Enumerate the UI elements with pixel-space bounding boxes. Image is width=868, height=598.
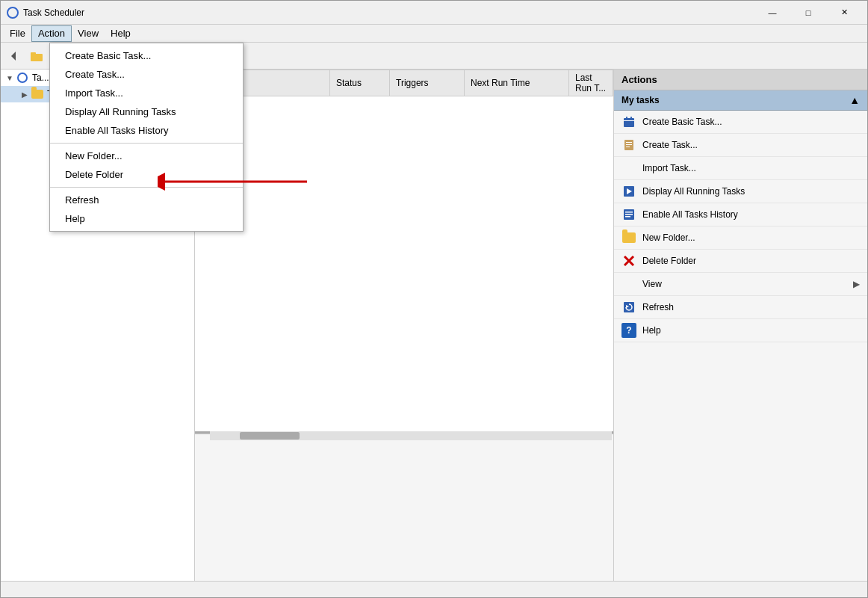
tree-collapse-icon[interactable]: ▼ <box>4 72 16 84</box>
toolbar-back-button[interactable] <box>4 46 25 67</box>
tree-expand-library[interactable]: ▶ <box>19 88 31 100</box>
create-task-label: Create Task... <box>642 140 698 150</box>
svg-rect-10 <box>626 147 630 147</box>
col-status[interactable]: Status <box>330 70 390 96</box>
clock-icon <box>7 7 19 19</box>
menu-action[interactable]: Action <box>31 25 72 42</box>
menu-help[interactable]: Help <box>105 25 137 42</box>
back-icon <box>8 50 20 62</box>
delete-folder-label: Delete Folder <box>642 256 696 266</box>
dropdown-enable-history[interactable]: Enable All Tasks History <box>50 121 243 140</box>
action-import-task[interactable]: Import Task... <box>614 157 867 180</box>
svg-rect-6 <box>624 120 634 121</box>
svg-rect-8 <box>626 142 632 143</box>
actions-header: Actions <box>614 70 867 90</box>
col-next-run[interactable]: Next Run Time <box>465 70 569 96</box>
submenu-arrow-icon: ▶ <box>853 279 860 289</box>
separator-1 <box>50 143 243 144</box>
task-table: Name Status Triggers Next Run Time Last … <box>195 70 613 96</box>
status-bar <box>1 581 867 597</box>
title-bar-buttons: — □ ✕ <box>755 1 861 25</box>
action-create-task[interactable]: Create Task... <box>614 134 867 157</box>
col-last-run[interactable]: Last Run T... <box>569 70 613 96</box>
dropdown-delete-folder[interactable]: Delete Folder <box>50 165 243 184</box>
minimize-button[interactable]: — <box>755 1 790 25</box>
svg-marker-0 <box>11 52 16 61</box>
center-pane: Name Status Triggers Next Run Time Last … <box>195 70 613 581</box>
actions-section-header: My tasks ▲ <box>614 90 867 111</box>
task-list-area[interactable]: Name Status Triggers Next Run Time Last … <box>195 70 613 431</box>
dropdown-new-folder[interactable]: New Folder... <box>50 147 243 165</box>
maximize-button[interactable]: □ <box>791 1 825 25</box>
import-icon <box>621 161 636 176</box>
help-icon: ? <box>621 323 636 338</box>
col-triggers[interactable]: Triggers <box>390 70 465 96</box>
svg-rect-9 <box>626 144 632 145</box>
delete-icon <box>621 253 636 268</box>
menu-file[interactable]: File <box>4 25 31 42</box>
create-basic-task-label: Create Basic Task... <box>642 117 722 127</box>
right-panel: Actions My tasks ▲ Create Basic Task... <box>613 70 867 581</box>
action-create-basic-task[interactable]: Create Basic Task... <box>614 111 867 134</box>
refresh-label: Refresh <box>642 302 674 312</box>
toolbar-folder-button[interactable] <box>26 46 47 67</box>
close-button[interactable]: ✕ <box>827 1 861 25</box>
refresh-icon <box>621 300 636 315</box>
action-display-running[interactable]: Display All Running Tasks <box>614 180 867 203</box>
action-refresh[interactable]: Refresh <box>614 296 867 319</box>
display-running-label: Display All Running Tasks <box>642 186 745 197</box>
actions-title: Actions <box>621 74 657 85</box>
dropdown-create-basic-task[interactable]: Create Basic Task... <box>50 46 243 65</box>
svg-rect-16 <box>625 216 630 218</box>
action-dropdown-menu: Create Basic Task... Create Task... Impo… <box>49 43 244 232</box>
folder-icon <box>31 51 43 61</box>
action-enable-history[interactable]: Enable All Tasks History <box>614 203 867 226</box>
dropdown-help[interactable]: Help <box>50 209 243 228</box>
view-label: View <box>642 279 662 289</box>
enable-history-label: Enable All Tasks History <box>642 209 738 220</box>
bottom-pane <box>195 431 613 581</box>
import-task-label: Import Task... <box>642 163 696 173</box>
window: Task Scheduler — □ ✕ File Action View He… <box>0 0 868 598</box>
menu-bar: File Action View Help <box>1 25 867 43</box>
svg-rect-14 <box>625 212 633 213</box>
action-new-folder[interactable]: New Folder... <box>614 226 867 250</box>
dropdown-import-task[interactable]: Import Task... <box>50 84 243 102</box>
dropdown-create-task[interactable]: Create Task... <box>50 65 243 84</box>
view-icon <box>621 277 636 292</box>
separator-2 <box>50 187 243 188</box>
svg-rect-3 <box>624 118 634 127</box>
svg-rect-5 <box>630 117 632 120</box>
dropdown-display-running[interactable]: Display All Running Tasks <box>50 102 243 121</box>
svg-rect-4 <box>626 117 627 120</box>
clock-tree-icon <box>16 71 29 84</box>
action-help[interactable]: ? Help <box>614 319 867 342</box>
menu-view[interactable]: View <box>72 25 105 42</box>
svg-rect-2 <box>31 52 36 55</box>
dropdown-refresh[interactable]: Refresh <box>50 191 243 209</box>
new-folder-label: New Folder... <box>642 232 695 243</box>
title-bar: Task Scheduler — □ ✕ <box>1 1 867 25</box>
action-view[interactable]: View ▶ <box>614 273 867 296</box>
svg-rect-15 <box>625 214 633 215</box>
app-icon <box>7 7 19 19</box>
new-folder-icon <box>621 230 636 245</box>
calendar-icon <box>621 114 636 129</box>
section-collapse-icon[interactable]: ▲ <box>849 94 860 106</box>
svg-rect-19 <box>624 302 634 312</box>
tree-root-label: Ta... <box>32 73 49 83</box>
task-create-icon <box>621 138 636 152</box>
action-delete-folder[interactable]: Delete Folder <box>614 250 867 273</box>
help-label: Help <box>642 325 661 336</box>
history-icon <box>621 207 636 222</box>
actions-section-label: My tasks <box>621 95 660 105</box>
window-title: Task Scheduler <box>23 7 755 18</box>
running-tasks-icon <box>621 184 636 199</box>
folder-tree-icon <box>31 87 44 101</box>
